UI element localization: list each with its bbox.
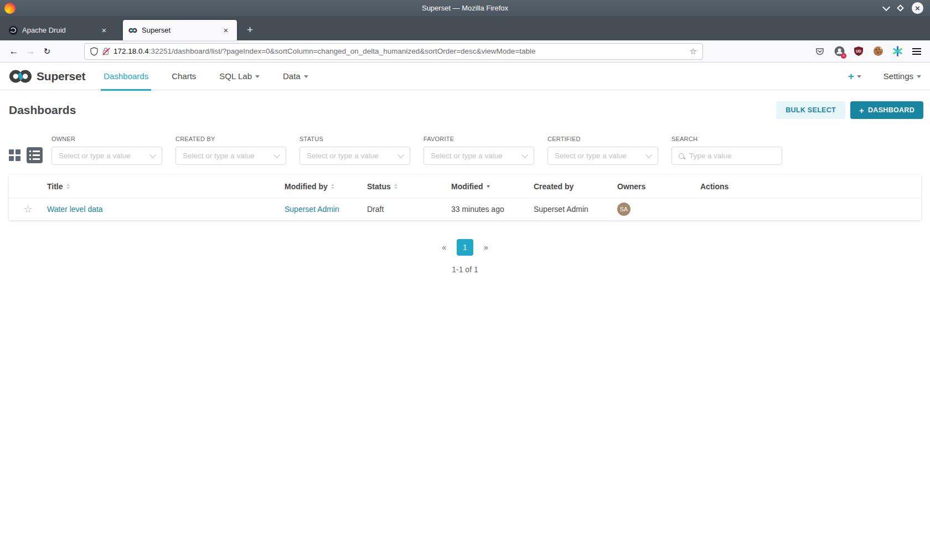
chevron-down-icon <box>521 152 528 158</box>
nav-charts[interactable]: Charts <box>170 63 198 90</box>
chevron-down-icon <box>397 152 404 158</box>
multi-account-icon[interactable] <box>834 46 845 57</box>
select-placeholder: Select or type a value <box>307 152 379 160</box>
prev-page-button[interactable]: « <box>440 241 448 254</box>
list-view-icon[interactable] <box>27 147 43 163</box>
created-by-value: Superset Admin <box>534 205 617 214</box>
chevron-down-icon <box>304 75 308 80</box>
nav-label: Charts <box>172 71 196 81</box>
tab-close-icon[interactable] <box>220 25 231 36</box>
forward-icon[interactable] <box>22 44 39 59</box>
column-modified[interactable]: Modified <box>451 182 534 191</box>
chevron-down-icon <box>645 152 652 158</box>
new-tab-icon[interactable] <box>247 24 253 36</box>
nav-label: Data <box>283 71 301 81</box>
new-dashboard-button[interactable]: + DASHBOARD <box>850 101 923 119</box>
certified-select[interactable]: Select or type a value <box>547 147 658 165</box>
select-placeholder: Select or type a value <box>555 152 627 160</box>
nav-dashboards[interactable]: Dashboards <box>102 63 150 90</box>
next-page-button[interactable]: » <box>482 241 490 254</box>
nav-label: Dashboards <box>104 71 148 81</box>
column-modified-by[interactable]: Modified by <box>285 182 367 191</box>
owner-select[interactable]: Select or type a value <box>51 147 162 165</box>
filter-label: CERTIFIED <box>547 136 658 142</box>
minimize-icon[interactable] <box>882 3 890 11</box>
url-text[interactable]: 172.18.0.4:32251/dashboard/list/?pageInd… <box>113 47 686 55</box>
chevron-down-icon <box>917 75 921 80</box>
url-bar[interactable]: 172.18.0.4:32251/dashboard/list/?pageInd… <box>84 43 703 60</box>
filter-label: CREATED BY <box>175 136 286 142</box>
column-created-by[interactable]: Created by <box>534 182 617 191</box>
column-status[interactable]: Status <box>367 182 451 191</box>
bulk-select-button[interactable]: BULK SELECT <box>776 101 845 119</box>
tracking-shield-icon[interactable] <box>90 47 98 56</box>
close-window-icon[interactable] <box>912 2 923 14</box>
filter-status: STATUS Select or type a value <box>299 136 410 165</box>
settings-label: Settings <box>884 71 913 81</box>
tab-superset[interactable]: Superset <box>123 20 237 40</box>
filters-row: OWNER Select or type a value CREATED BY … <box>0 136 930 165</box>
filter-label: STATUS <box>299 136 410 142</box>
tab-bar: Apache Druid Superset <box>0 16 930 40</box>
page-header: Dashboards BULK SELECT + DASHBOARD <box>0 90 930 128</box>
dashboard-title-link[interactable]: Water level data <box>47 205 103 214</box>
tab-apache-druid[interactable]: Apache Druid <box>3 20 115 40</box>
table-row: Water level data Superset Admin Draft 33… <box>9 198 921 220</box>
sort-icon <box>66 184 70 189</box>
chevron-down-icon <box>255 75 260 80</box>
dashboards-table: Title Modified by Status Modified Create… <box>9 175 921 220</box>
menu-hamburger-icon[interactable] <box>911 46 922 57</box>
pocket-icon[interactable] <box>814 46 825 57</box>
filter-label: SEARCH <box>671 136 782 142</box>
pagination: « 1 » <box>0 239 930 256</box>
new-item-menu[interactable]: + <box>848 70 861 82</box>
back-icon[interactable] <box>6 44 22 59</box>
plus-icon: + <box>859 106 864 115</box>
status-value: Draft <box>367 205 451 214</box>
column-owners[interactable]: Owners <box>617 182 700 191</box>
favorite-star-icon[interactable] <box>23 203 32 215</box>
cookie-icon[interactable] <box>872 46 884 57</box>
nav-sql-lab[interactable]: SQL Lab <box>218 63 261 90</box>
insecure-lock-icon[interactable] <box>102 47 110 55</box>
nav-data[interactable]: Data <box>281 63 310 90</box>
url-host: 172.18.0.4 <box>113 47 149 55</box>
select-placeholder: Select or type a value <box>431 152 503 160</box>
table-header-row: Title Modified by Status Modified Create… <box>9 175 921 198</box>
bookmark-star-icon[interactable] <box>690 46 697 56</box>
select-placeholder: Select or type a value <box>183 152 255 160</box>
maximize-icon[interactable] <box>897 4 904 12</box>
card-view-icon[interactable] <box>9 149 20 161</box>
favorite-select[interactable]: Select or type a value <box>423 147 534 165</box>
nav-label: SQL Lab <box>219 71 252 81</box>
created-by-select[interactable]: Select or type a value <box>175 147 286 165</box>
search-input[interactable]: Type a value <box>671 147 782 165</box>
chevron-down-icon <box>149 152 156 158</box>
filter-favorite: FAVORITE Select or type a value <box>423 136 534 165</box>
brand-name: Superset <box>37 70 85 83</box>
filter-owner: OWNER Select or type a value <box>51 136 162 165</box>
asterisk-extension-icon[interactable] <box>892 46 903 57</box>
plus-icon: + <box>848 70 854 82</box>
filter-search: SEARCH Type a value <box>671 136 782 165</box>
settings-menu[interactable]: Settings <box>884 71 921 81</box>
firefox-icon <box>4 3 16 14</box>
chevron-down-icon <box>273 152 280 158</box>
modified-by-link[interactable]: Superset Admin <box>285 205 339 214</box>
sort-icon <box>331 184 334 189</box>
column-title[interactable]: Title <box>47 182 285 191</box>
tab-close-icon[interactable] <box>99 25 110 36</box>
status-select[interactable]: Select or type a value <box>299 147 410 165</box>
druid-favicon <box>9 26 18 35</box>
svg-text:UD: UD <box>856 49 861 53</box>
ublock-shield-icon[interactable]: UD <box>853 46 864 57</box>
superset-logo[interactable]: Superset <box>9 69 85 84</box>
window-title: Superset — Mozilla Firefox <box>0 4 930 12</box>
owner-avatar[interactable]: SA <box>617 203 631 216</box>
reload-icon[interactable] <box>39 44 55 59</box>
page-1-button[interactable]: 1 <box>457 239 473 256</box>
filter-certified: CERTIFIED Select or type a value <box>547 136 658 165</box>
window-titlebar: Superset — Mozilla Firefox <box>0 0 930 16</box>
page-title: Dashboards <box>9 103 76 117</box>
chevron-down-icon <box>857 75 861 80</box>
